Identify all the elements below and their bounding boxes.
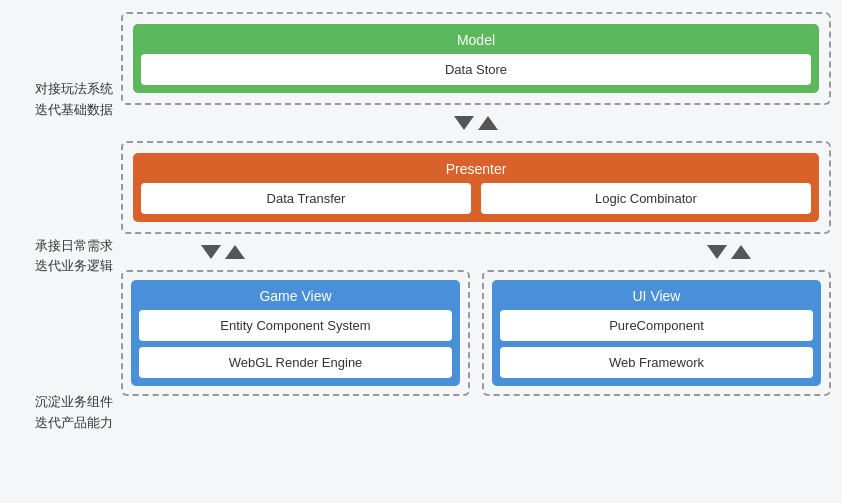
arrow-pair-left — [201, 245, 245, 259]
arrow-down-1 — [454, 116, 474, 130]
ui-view-dashed-box: UI View PureComponent Web Framework — [482, 270, 831, 396]
model-label: 对接玩法系统 迭代基础数据 — [11, 79, 113, 121]
arrow-pair-center — [454, 116, 498, 130]
game-view-layer: Game View Entity Component System WebGL … — [131, 280, 460, 386]
ecs-box: Entity Component System — [139, 310, 452, 341]
data-store-box: Data Store — [141, 54, 811, 85]
presenter-layer: Presenter Data Transfer Logic Combinator — [133, 153, 819, 222]
web-framework-box: Web Framework — [500, 347, 813, 378]
ui-view-inner: PureComponent Web Framework — [500, 310, 813, 378]
game-view-dashed-box: Game View Entity Component System WebGL … — [121, 270, 470, 396]
ui-view-title: UI View — [500, 288, 813, 304]
data-transfer-box: Data Transfer — [141, 183, 471, 214]
arrow-up-left — [225, 245, 245, 259]
model-presenter-arrows — [454, 105, 498, 141]
logic-combinator-box: Logic Combinator — [481, 183, 811, 214]
game-view-title: Game View — [139, 288, 452, 304]
arrow-pair-right — [707, 245, 751, 259]
arrow-up-right — [731, 245, 751, 259]
game-view-inner: Entity Component System WebGL Render Eng… — [139, 310, 452, 378]
main-content: Model Data Store Presenter Data Transfer… — [121, 12, 831, 492]
view-label: 沉淀业务组件 迭代产品能力 — [11, 392, 113, 434]
webgl-box: WebGL Render Engine — [139, 347, 452, 378]
arrow-down-left — [201, 245, 221, 259]
presenter-view-arrows — [121, 234, 831, 270]
view-section: Game View Entity Component System WebGL … — [121, 270, 831, 396]
arrow-down-right — [707, 245, 727, 259]
presenter-label: 承接日常需求 迭代业务逻辑 — [11, 236, 113, 278]
pure-component-box: PureComponent — [500, 310, 813, 341]
model-layer: Model Data Store — [133, 24, 819, 93]
diagram-container: 对接玩法系统 迭代基础数据 承接日常需求 迭代业务逻辑 沉淀业务组件 迭代产品能… — [11, 12, 831, 492]
arrow-up-1 — [478, 116, 498, 130]
presenter-inner: Data Transfer Logic Combinator — [141, 183, 811, 214]
labels-column: 对接玩法系统 迭代基础数据 承接日常需求 迭代业务逻辑 沉淀业务组件 迭代产品能… — [11, 12, 121, 492]
ui-view-layer: UI View PureComponent Web Framework — [492, 280, 821, 386]
presenter-dashed-box: Presenter Data Transfer Logic Combinator — [121, 141, 831, 234]
model-title: Model — [141, 32, 811, 48]
model-dashed-box: Model Data Store — [121, 12, 831, 105]
presenter-title: Presenter — [141, 161, 811, 177]
